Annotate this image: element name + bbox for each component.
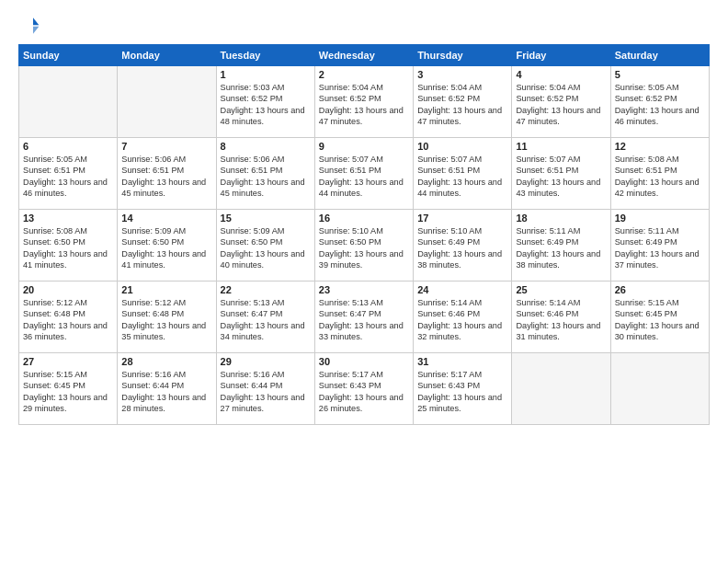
svg-marker-1 [33, 27, 39, 34]
calendar-day-empty [610, 353, 709, 425]
calendar-day-15: 15Sunrise: 5:09 AMSunset: 6:50 PMDayligh… [216, 210, 314, 282]
calendar-day-22: 22Sunrise: 5:13 AMSunset: 6:47 PMDayligh… [216, 282, 314, 353]
calendar-day-5: 5Sunrise: 5:05 AMSunset: 6:52 PMDaylight… [610, 66, 709, 138]
day-number: 28 [121, 356, 211, 367]
day-number: 22 [221, 284, 311, 295]
calendar-day-30: 30Sunrise: 5:17 AMSunset: 6:43 PMDayligh… [314, 353, 413, 425]
day-info: Sunrise: 5:13 AMSunset: 6:47 PMDaylight:… [221, 297, 311, 343]
calendar-day-6: 6Sunrise: 5:05 AMSunset: 6:51 PMDaylight… [19, 138, 118, 210]
day-number: 30 [319, 356, 409, 367]
day-info: Sunrise: 5:16 AMSunset: 6:44 PMDaylight:… [221, 369, 311, 415]
day-info: Sunrise: 5:12 AMSunset: 6:48 PMDaylight:… [23, 297, 113, 343]
day-number: 24 [417, 284, 507, 295]
calendar-header-row: SundayMondayTuesdayWednesdayThursdayFrid… [19, 45, 710, 66]
day-number: 25 [516, 284, 606, 295]
day-info: Sunrise: 5:16 AMSunset: 6:44 PMDaylight:… [121, 369, 211, 415]
calendar-day-26: 26Sunrise: 5:15 AMSunset: 6:45 PMDayligh… [610, 282, 709, 353]
calendar-page: SundayMondayTuesdayWednesdayThursdayFrid… [0, 0, 728, 563]
calendar-week-row: 6Sunrise: 5:05 AMSunset: 6:51 PMDaylight… [19, 138, 710, 210]
day-info: Sunrise: 5:15 AMSunset: 6:45 PMDaylight:… [23, 369, 113, 415]
day-info: Sunrise: 5:17 AMSunset: 6:43 PMDaylight:… [319, 369, 409, 415]
header [18, 15, 710, 37]
day-info: Sunrise: 5:09 AMSunset: 6:50 PMDaylight:… [221, 225, 311, 271]
calendar-day-19: 19Sunrise: 5:11 AMSunset: 6:49 PMDayligh… [610, 210, 709, 282]
calendar-day-8: 8Sunrise: 5:06 AMSunset: 6:51 PMDaylight… [216, 138, 314, 210]
day-number: 21 [121, 284, 211, 295]
day-info: Sunrise: 5:08 AMSunset: 6:51 PMDaylight:… [615, 154, 705, 200]
day-info: Sunrise: 5:12 AMSunset: 6:48 PMDaylight:… [121, 297, 211, 343]
day-info: Sunrise: 5:07 AMSunset: 6:51 PMDaylight:… [319, 154, 409, 200]
calendar-day-10: 10Sunrise: 5:07 AMSunset: 6:51 PMDayligh… [414, 138, 512, 210]
day-number: 17 [417, 213, 507, 224]
day-info: Sunrise: 5:05 AMSunset: 6:52 PMDaylight:… [615, 82, 705, 128]
calendar-day-11: 11Sunrise: 5:07 AMSunset: 6:51 PMDayligh… [512, 138, 610, 210]
calendar-week-row: 13Sunrise: 5:08 AMSunset: 6:50 PMDayligh… [19, 210, 710, 282]
calendar-week-row: 20Sunrise: 5:12 AMSunset: 6:48 PMDayligh… [19, 282, 710, 353]
day-number: 11 [516, 141, 606, 152]
calendar-day-31: 31Sunrise: 5:17 AMSunset: 6:43 PMDayligh… [414, 353, 512, 425]
svg-marker-0 [33, 17, 39, 25]
calendar-day-12: 12Sunrise: 5:08 AMSunset: 6:51 PMDayligh… [610, 138, 709, 210]
day-info: Sunrise: 5:07 AMSunset: 6:51 PMDaylight:… [516, 154, 606, 200]
day-info: Sunrise: 5:17 AMSunset: 6:43 PMDaylight:… [417, 369, 507, 415]
calendar-day-13: 13Sunrise: 5:08 AMSunset: 6:50 PMDayligh… [19, 210, 118, 282]
day-number: 23 [319, 284, 409, 295]
calendar-day-21: 21Sunrise: 5:12 AMSunset: 6:48 PMDayligh… [118, 282, 216, 353]
calendar-day-23: 23Sunrise: 5:13 AMSunset: 6:47 PMDayligh… [314, 282, 413, 353]
day-info: Sunrise: 5:15 AMSunset: 6:45 PMDaylight:… [615, 297, 705, 343]
calendar-table: SundayMondayTuesdayWednesdayThursdayFrid… [18, 44, 710, 425]
day-info: Sunrise: 5:10 AMSunset: 6:50 PMDaylight:… [319, 225, 409, 271]
day-info: Sunrise: 5:05 AMSunset: 6:51 PMDaylight:… [23, 154, 113, 200]
day-info: Sunrise: 5:10 AMSunset: 6:49 PMDaylight:… [417, 225, 507, 271]
day-number: 26 [615, 284, 705, 295]
day-info: Sunrise: 5:07 AMSunset: 6:51 PMDaylight:… [417, 154, 507, 200]
calendar-day-7: 7Sunrise: 5:06 AMSunset: 6:51 PMDaylight… [118, 138, 216, 210]
day-number: 19 [615, 213, 705, 224]
logo-icon [18, 15, 40, 37]
calendar-day-17: 17Sunrise: 5:10 AMSunset: 6:49 PMDayligh… [414, 210, 512, 282]
calendar-day-empty [19, 66, 118, 138]
day-number: 29 [221, 356, 311, 367]
calendar-day-24: 24Sunrise: 5:14 AMSunset: 6:46 PMDayligh… [414, 282, 512, 353]
day-header-wednesday: Wednesday [314, 45, 413, 66]
calendar-day-18: 18Sunrise: 5:11 AMSunset: 6:49 PMDayligh… [512, 210, 610, 282]
calendar-day-28: 28Sunrise: 5:16 AMSunset: 6:44 PMDayligh… [118, 353, 216, 425]
day-info: Sunrise: 5:04 AMSunset: 6:52 PMDaylight:… [417, 82, 507, 128]
day-info: Sunrise: 5:11 AMSunset: 6:49 PMDaylight:… [516, 225, 606, 271]
day-header-tuesday: Tuesday [216, 45, 314, 66]
day-info: Sunrise: 5:13 AMSunset: 6:47 PMDaylight:… [319, 297, 409, 343]
calendar-day-3: 3Sunrise: 5:04 AMSunset: 6:52 PMDaylight… [414, 66, 512, 138]
day-number: 20 [23, 284, 113, 295]
calendar-day-9: 9Sunrise: 5:07 AMSunset: 6:51 PMDaylight… [314, 138, 413, 210]
day-number: 18 [516, 213, 606, 224]
day-number: 5 [615, 69, 705, 80]
day-number: 3 [417, 69, 507, 80]
day-number: 6 [23, 141, 113, 152]
day-number: 10 [417, 141, 507, 152]
day-info: Sunrise: 5:04 AMSunset: 6:52 PMDaylight:… [516, 82, 606, 128]
day-number: 2 [319, 69, 409, 80]
day-info: Sunrise: 5:11 AMSunset: 6:49 PMDaylight:… [615, 225, 705, 271]
day-number: 8 [221, 141, 311, 152]
day-info: Sunrise: 5:09 AMSunset: 6:50 PMDaylight:… [121, 225, 211, 271]
day-number: 27 [23, 356, 113, 367]
calendar-day-1: 1Sunrise: 5:03 AMSunset: 6:52 PMDaylight… [216, 66, 314, 138]
day-header-thursday: Thursday [414, 45, 512, 66]
calendar-day-empty [512, 353, 610, 425]
day-info: Sunrise: 5:14 AMSunset: 6:46 PMDaylight:… [417, 297, 507, 343]
day-info: Sunrise: 5:03 AMSunset: 6:52 PMDaylight:… [221, 82, 311, 128]
day-number: 9 [319, 141, 409, 152]
calendar-day-20: 20Sunrise: 5:12 AMSunset: 6:48 PMDayligh… [19, 282, 118, 353]
day-header-saturday: Saturday [610, 45, 709, 66]
day-header-sunday: Sunday [19, 45, 118, 66]
calendar-week-row: 1Sunrise: 5:03 AMSunset: 6:52 PMDaylight… [19, 66, 710, 138]
calendar-day-27: 27Sunrise: 5:15 AMSunset: 6:45 PMDayligh… [19, 353, 118, 425]
day-number: 12 [615, 141, 705, 152]
day-number: 1 [221, 69, 311, 80]
day-header-monday: Monday [118, 45, 216, 66]
day-number: 4 [516, 69, 606, 80]
day-number: 14 [121, 213, 211, 224]
day-number: 7 [121, 141, 211, 152]
calendar-day-29: 29Sunrise: 5:16 AMSunset: 6:44 PMDayligh… [216, 353, 314, 425]
day-info: Sunrise: 5:08 AMSunset: 6:50 PMDaylight:… [23, 225, 113, 271]
